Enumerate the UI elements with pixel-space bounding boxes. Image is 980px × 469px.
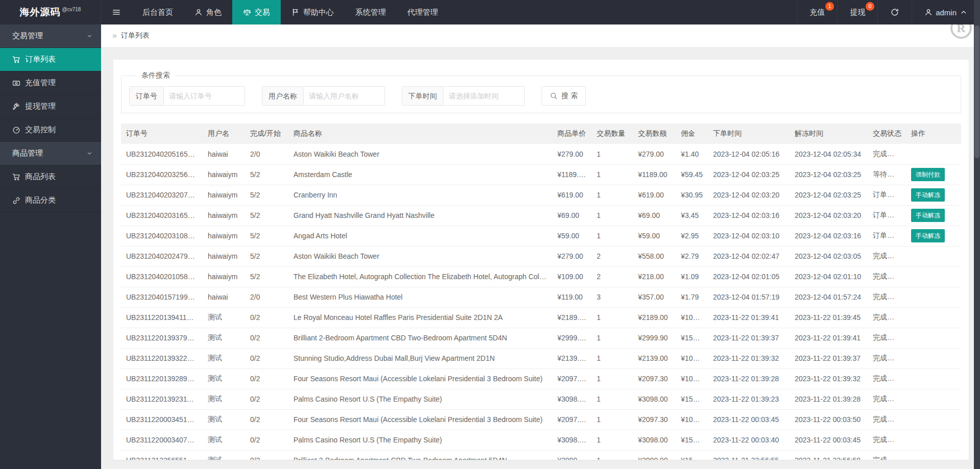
cell-order-time: 2023-11-22 01:39:41: [708, 307, 790, 328]
order-time-field-label: 下单时间: [402, 87, 444, 105]
nav-item-label: 角色: [206, 8, 222, 17]
cell-price: ¥119.00: [552, 287, 592, 307]
cell-unfreeze-time: 2023-11-22 01:39:45: [790, 307, 868, 328]
sidebar-item-withdraw-manage[interactable]: 提现管理: [0, 95, 101, 118]
cell-ratio: 5/2: [245, 205, 288, 226]
chevron-up-icon: [960, 8, 968, 16]
action-button[interactable]: 手动解冻: [911, 209, 945, 222]
cell-qty: 1: [592, 348, 633, 368]
table-row: UB2311220139231169测试0/2Palms Casino Reso…: [121, 389, 961, 409]
cell-order-no: UB2311220003407895: [121, 430, 203, 450]
cell-user: 测试: [203, 450, 245, 460]
cell-user: 测试: [203, 368, 245, 389]
page-scrollbar-thumb[interactable]: [974, 26, 979, 158]
cell-unfreeze-time: 2023-12-04 02:03:25: [790, 185, 868, 205]
cell-amount: ¥1189.00: [633, 164, 676, 185]
cell-user: haiwaiym: [203, 185, 245, 205]
user-name-input[interactable]: [304, 87, 384, 105]
cell-order-time: 2023-12-04 01:57:19: [708, 287, 790, 307]
cell-ratio: 0/2: [245, 409, 288, 430]
user-menu[interactable]: admin: [912, 0, 980, 24]
cell-order-no: UB2312040203165287: [121, 205, 203, 226]
sidebar-section-trade-manage[interactable]: 交易管理: [0, 24, 101, 48]
table-row: UB2312040157199331haiwai2/0Best Western …: [121, 287, 961, 307]
cell-amount: ¥2097.30: [633, 368, 676, 389]
sidebar-item-goods-list[interactable]: 商品列表: [0, 165, 101, 189]
column-header-6: 交易数量: [592, 124, 633, 144]
cell-qty: 1: [592, 389, 633, 409]
cell-actions: 强制付款取消订单: [906, 164, 961, 185]
cell-order-no: UB2312040201058786: [121, 266, 203, 287]
column-header-9: 下单时间: [708, 124, 790, 144]
search-panel-legend: 条件搜索: [136, 71, 175, 80]
action-button[interactable]: 手动解冻: [911, 229, 945, 242]
navbar-recharge-button[interactable]: 充值1: [797, 0, 837, 24]
menu-toggle-button[interactable]: [101, 0, 132, 24]
nav-item-home[interactable]: 后台首页: [132, 0, 184, 24]
cell-commission: ¥104.87: [676, 409, 708, 430]
brand-logo[interactable]: 海外源码 @cv718: [0, 0, 101, 24]
cell-product: Four Seasons Resort Maui (Accessible Lok…: [288, 368, 552, 389]
navbar-withdraw-button[interactable]: 提现0: [837, 0, 877, 24]
cell-actions: [906, 348, 961, 368]
cell-amount: ¥2999.90: [633, 450, 676, 460]
cell-order-time: 2023-12-04 02:01:05: [708, 266, 790, 287]
nav-item-help-center[interactable]: 帮助中心: [281, 0, 345, 24]
cell-commission: ¥109.45: [676, 307, 708, 328]
cell-status: 订单冻结: [868, 185, 906, 205]
cell-actions: [906, 389, 961, 409]
cell-qty: 1: [592, 185, 633, 205]
cell-order-no: UB2311220139379307: [121, 328, 203, 348]
cell-order-time: 2023-11-22 00:03:45: [708, 409, 790, 430]
order-no-input[interactable]: [164, 87, 244, 105]
cell-qty: 1: [592, 368, 633, 389]
navbar-recharge-badge: 1: [825, 2, 834, 11]
cell-price: ¥3098.00: [552, 430, 592, 450]
cell-status: 完成付款: [868, 450, 906, 460]
sidebar-item-goods-category[interactable]: 商品分类: [0, 189, 101, 212]
cell-amount: ¥2097.30: [633, 409, 676, 430]
cell-commission: ¥3.45: [676, 205, 708, 226]
cell-ratio: 0/2: [245, 389, 288, 409]
search-panel: 条件搜索 订单号用户名称下单时间 搜 索: [121, 71, 961, 113]
cell-status: 等待付款: [868, 164, 906, 185]
page-scrollbar[interactable]: [974, 0, 980, 469]
sidebar-item-trade-control[interactable]: 交易控制: [0, 118, 101, 142]
content-card: 条件搜索 订单号用户名称下单时间 搜 索 订单号用户名完成/开始商品名称商品单价…: [113, 60, 969, 460]
cell-price: ¥279.00: [552, 144, 592, 164]
sidebar-section-title: 交易管理: [12, 31, 43, 41]
column-header-1: 订单号: [121, 124, 203, 144]
cell-status: 订单冻结: [868, 226, 906, 246]
cell-commission: ¥1.09: [676, 266, 708, 287]
table-row: UB2312040202479829haiwaiym5/2Aston Waiki…: [121, 246, 961, 266]
cell-order-no: UB2312040203256843: [121, 164, 203, 185]
scales-icon: [243, 8, 251, 16]
cell-price: ¥59.00: [552, 226, 592, 246]
cell-product: Palms Casino Resort U.S (The Empathy Sui…: [288, 389, 552, 409]
table-row: UB2312040203108340haiwaiym5/2Angad Arts …: [121, 226, 961, 246]
cell-user: haiwaiym: [203, 266, 245, 287]
nav-item-agent-manage[interactable]: 代理管理: [397, 0, 449, 24]
cell-price: ¥2097.30: [552, 409, 592, 430]
refresh-button[interactable]: [877, 0, 912, 24]
sidebar-item-recharge-manage[interactable]: 充值管理: [0, 71, 101, 95]
banknote-icon: [12, 79, 20, 87]
cell-order-time: 2023-11-22 00:03:40: [708, 430, 790, 450]
cell-ratio: 5/2: [245, 246, 288, 266]
nav-item-roles[interactable]: 角色: [184, 0, 232, 24]
cell-status: 完成付款: [868, 430, 906, 450]
cell-status: 完成付款: [868, 266, 906, 287]
action-button[interactable]: 手动解冻: [911, 188, 945, 202]
order-time-input[interactable]: [444, 87, 524, 105]
sidebar-item-order-list[interactable]: 订单列表: [0, 48, 101, 71]
nav-item-system-manage[interactable]: 系统管理: [345, 0, 397, 24]
search-button[interactable]: 搜 索: [542, 86, 586, 106]
action-button[interactable]: 强制付款: [911, 168, 945, 181]
cell-status: 订单冻结: [868, 205, 906, 226]
sidebar-section-goods-manage[interactable]: 商品管理: [0, 142, 101, 165]
cell-ratio: 0/2: [245, 450, 288, 460]
cell-ratio: 2/0: [245, 287, 288, 307]
nav-item-trade[interactable]: 交易: [232, 0, 281, 24]
cell-user: 测试: [203, 307, 245, 328]
chevron-down-icon: [86, 150, 93, 157]
